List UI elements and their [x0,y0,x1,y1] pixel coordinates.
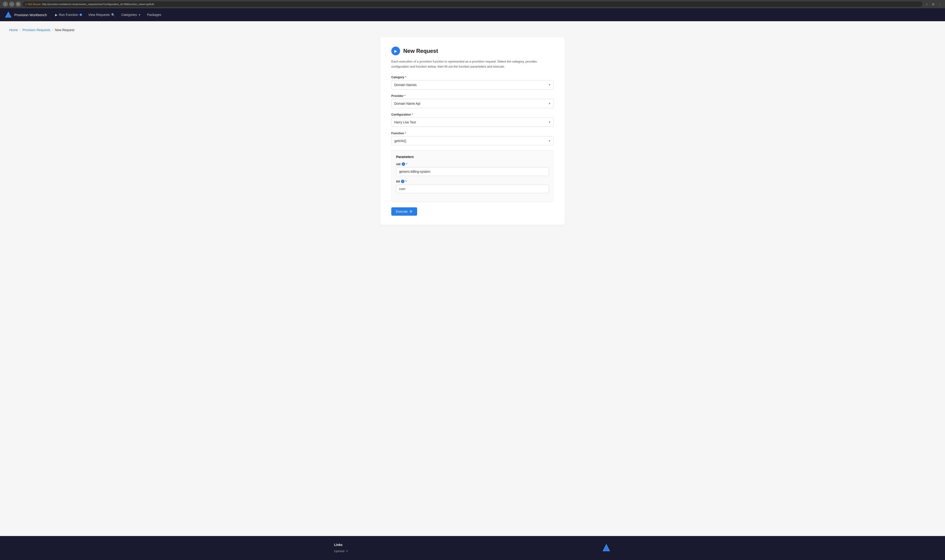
back-button[interactable]: ‹ [3,2,8,7]
category-label: Category * [391,75,554,79]
run-function-label: Run Function [59,13,78,17]
menu-button[interactable]: ⋮ [937,2,942,7]
view-requests-nav-item[interactable]: View Requests 🔍 [86,12,118,18]
provider-select-wrapper: Domain Name Api ▼ [391,99,554,108]
search-icon: 🔍 [111,13,115,17]
param-group-tld: tld i * [396,180,549,193]
execute-button[interactable]: Execute ⚙ [391,207,417,215]
external-link-icon: ↗ [346,549,348,553]
extensions-button[interactable]: ⚙ [931,2,936,7]
form-title-icon: ▶ [391,46,400,55]
warning-icon: ⚠ [25,3,27,6]
nav-logo[interactable]: Provision Workbench [5,11,47,18]
categories-nav-item[interactable]: Categories ▼ [119,12,143,18]
configuration-group: Configuration * Harry Live Test ▼ [391,113,554,127]
navbar: Provision Workbench ▶ Run Function View … [0,8,945,21]
address-bar[interactable]: ⚠ Not Secure http://provision-workbench.… [23,2,922,7]
footer-logo-wrapper [602,543,611,553]
execute-icon: ⚙ [409,210,412,213]
form-header: ▶ New Request [391,46,554,55]
bookmark-button[interactable]: ☆ [924,2,929,7]
parameters-title: Parameters [396,155,549,159]
tld-info-icon[interactable]: i [401,180,405,183]
configuration-label: Configuration * [391,113,554,116]
run-function-icon: ▶ [55,13,57,17]
function-select[interactable]: getInfo() [391,136,554,146]
execute-label: Execute [396,210,408,213]
configuration-select-wrapper: Harry Live Test ▼ [391,118,554,127]
run-function-nav-item[interactable]: ▶ Run Function [52,12,85,18]
breadcrumb-sep-1: › [20,28,20,32]
footer-links-section: Links Upmind ↗ [334,543,348,553]
parameters-box: Parameters sld i * tld i * [391,150,554,202]
param-label-tld: tld i * [396,180,549,183]
tld-required: * [406,180,407,183]
categories-arrow-icon: ▼ [139,14,141,16]
play-icon: ▶ [394,49,397,53]
footer-logo-icon [602,543,611,552]
form-title: New Request [403,48,438,54]
browser-controls: ‹ › ↻ [3,2,21,7]
url-display: http://provision-workbench.loc/provision… [42,3,154,6]
provider-required: * [405,94,406,98]
category-group: Category * Domain Names ▼ [391,75,554,89]
nav-items: ▶ Run Function View Requests 🔍 Categorie… [52,12,164,18]
footer-upwind-link[interactable]: Upmind ↗ [334,549,348,553]
form-card: ▶ New Request Each execution of a provis… [380,37,565,225]
breadcrumb: Home › Provision Requests › New Request [9,28,936,32]
view-requests-label: View Requests [88,13,110,17]
packages-label: Packages [147,13,161,17]
breadcrumb-provision-requests[interactable]: Provision Requests [22,28,50,32]
sld-input[interactable] [396,167,549,176]
function-label: Function * [391,131,554,135]
refresh-button[interactable]: ↻ [16,2,21,7]
param-label-sld: sld i * [396,162,549,166]
breadcrumb-home[interactable]: Home [9,28,18,32]
packages-nav-item[interactable]: Packages [144,12,164,18]
configuration-required: * [412,113,413,116]
tld-input[interactable] [396,185,549,193]
categories-label: Categories [122,13,137,17]
not-secure-indicator: ⚠ Not Secure [25,3,41,6]
sld-info-icon[interactable]: i [402,162,405,166]
page-content: Home › Provision Requests › New Request … [0,21,945,536]
run-function-active-icon [80,14,82,16]
category-required: * [405,75,406,79]
provider-label: Provider * [391,94,554,98]
provider-select[interactable]: Domain Name Api [391,99,554,108]
footer-content: Links Upmind ↗ [334,543,611,553]
forward-button[interactable]: › [9,2,14,7]
breadcrumb-sep-2: › [52,28,53,32]
footer: Links Upmind ↗ [0,536,945,560]
function-group: Function * getInfo() ▼ [391,131,554,146]
breadcrumb-current: New Request [55,28,74,32]
category-select-wrapper: Domain Names ▼ [391,80,554,89]
browser-chrome: ‹ › ↻ ⚠ Not Secure http://provision-work… [0,0,945,8]
category-select[interactable]: Domain Names [391,80,554,89]
browser-actions: ☆ ⚙ ⋮ [924,2,942,7]
param-group-sld: sld i * [396,162,549,176]
function-required: * [405,132,406,135]
function-select-wrapper: getInfo() ▼ [391,136,554,146]
logo-icon [5,11,12,18]
provider-group: Provider * Domain Name Api ▼ [391,94,554,108]
sld-required: * [406,163,408,166]
configuration-select[interactable]: Harry Live Test [391,118,554,127]
form-description: Each execution of a provision function i… [391,59,554,69]
footer-links-title: Links [334,543,348,547]
nav-brand-label: Provision Workbench [14,13,47,17]
